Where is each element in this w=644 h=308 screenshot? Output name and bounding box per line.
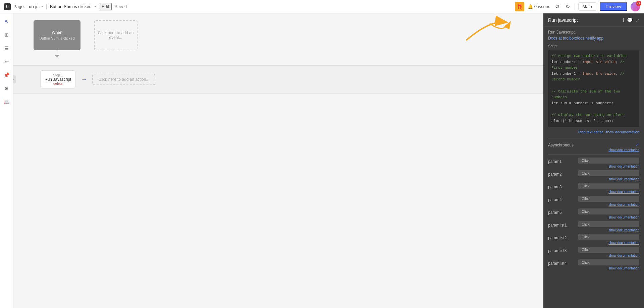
- workflow-chevron-icon: ▾: [94, 4, 96, 9]
- connector-line: [57, 50, 57, 55]
- param-right-param4: Click: [578, 196, 639, 202]
- saved-status: Saved: [114, 4, 127, 9]
- panel-header: Run javascript ℹ 💬 ⤢: [543, 13, 644, 26]
- info-icon[interactable]: ℹ: [623, 17, 624, 23]
- trigger-when-label: When: [52, 30, 62, 35]
- panel-header-icons: ℹ 💬 ⤢: [623, 17, 639, 23]
- bell-icon: 🔔: [528, 4, 533, 9]
- async-row: Asynchronous ✓: [548, 141, 639, 147]
- sidebar-icon-pin[interactable]: 📌: [3, 71, 11, 79]
- panel-title: Run javascript: [548, 17, 578, 23]
- step-node[interactable]: Step 1 Run Javascript delete: [40, 70, 75, 88]
- panel-body: Run Javascript. Docs at toolboxdocs.netl…: [543, 26, 644, 275]
- preview-button[interactable]: Preview: [600, 2, 627, 11]
- async-checkmark[interactable]: ✓: [635, 142, 639, 147]
- step-label: Step 1: [45, 73, 71, 77]
- panel-description: Run Javascript.: [548, 30, 639, 35]
- param-label-param1: param1: [548, 158, 578, 164]
- page-chevron-icon: ▾: [41, 4, 43, 9]
- param-row-param1: param1 Click show documentation: [548, 158, 639, 168]
- param-click-btn-param5[interactable]: Click: [578, 208, 639, 214]
- param-click-btn-param1[interactable]: Click: [578, 158, 639, 164]
- param-row-paramlist3: paramlist3 Click show documentation: [548, 247, 639, 257]
- add-event-label: Click here to add an event...: [97, 30, 134, 40]
- code-line-7: alert('The sum is: ' + sum);: [551, 119, 613, 123]
- undo-button[interactable]: ↺: [554, 3, 561, 10]
- param-right-paramlist1: Click: [578, 221, 639, 227]
- param-right-param2: Click: [578, 170, 639, 176]
- sidebar-icon-pen[interactable]: ✏: [3, 58, 11, 66]
- param-show-doc-paramlist3[interactable]: show documentation: [548, 254, 639, 257]
- add-action-box[interactable]: Click here to add an action...: [92, 74, 155, 85]
- workflow-name: Button Sum is clicked: [50, 4, 92, 9]
- topbar: b Page: run-js ▾ | Button Sum is clicked…: [0, 0, 644, 13]
- param-show-doc-paramlist1[interactable]: show documentation: [548, 228, 639, 232]
- add-action-label: Click here to add an action...: [98, 77, 149, 82]
- page-name: run-js: [28, 4, 39, 9]
- param-click-btn-param3[interactable]: Click: [578, 183, 639, 189]
- sidebar-icon-layers[interactable]: ⊞: [3, 31, 11, 39]
- code-line-3: let number2 = Input B's value; // Second…: [551, 72, 625, 82]
- code-comment-2: // Calculate the sum of the two numbers: [551, 89, 620, 100]
- main-layout: ↖ ⊞ ☰ ✏ 📌 ⚙ 📖 When Button Sum is clicked…: [0, 13, 644, 308]
- param-label-paramlist1: paramlist1: [548, 221, 578, 228]
- rich-text-editor-link[interactable]: Rich text editor: [578, 130, 603, 134]
- issues-count: 0 issues: [534, 4, 550, 9]
- param-row-param4: param4 Click show documentation: [548, 196, 639, 206]
- param-row-param2: param2 Click show documentation: [548, 170, 639, 181]
- param-right-paramlist4: Click: [578, 259, 639, 265]
- separator: |: [46, 4, 47, 10]
- left-sidebar: ↖ ⊞ ☰ ✏ 📌 ⚙ 📖: [0, 13, 13, 308]
- sidebar-icon-book[interactable]: 📖: [3, 98, 11, 106]
- sidebar-icon-list[interactable]: ☰: [3, 44, 11, 52]
- param-show-doc-param1[interactable]: show documentation: [548, 165, 639, 168]
- connector-arrow: [55, 55, 59, 58]
- param-label-paramlist2: paramlist2: [548, 234, 578, 240]
- expand-handle[interactable]: ›: [13, 75, 16, 83]
- param-click-btn-paramlist1[interactable]: Click: [578, 221, 639, 227]
- param-show-doc-paramlist4[interactable]: show documentation: [548, 266, 639, 270]
- param-click-btn-param2[interactable]: Click: [578, 170, 639, 176]
- script-section-label: Script: [548, 44, 639, 48]
- expand-icon[interactable]: ⤢: [635, 17, 639, 23]
- param-right-param5: Click: [578, 208, 639, 214]
- divider-async: [548, 138, 639, 138]
- panel-docs-link[interactable]: Docs at toolboxdocs.netlify.app: [548, 36, 639, 41]
- param-label-paramlist3: paramlist3: [548, 247, 578, 253]
- param-show-doc-param2[interactable]: show documentation: [548, 177, 639, 181]
- param-label-param2: param2: [548, 170, 578, 177]
- main-button[interactable]: Main: [578, 2, 596, 11]
- app-logo: b: [4, 3, 11, 10]
- avatar-badge: 49: [636, 1, 641, 6]
- param-click-btn-paramlist3[interactable]: Click: [578, 247, 639, 253]
- param-right-paramlist2: Click: [578, 234, 639, 240]
- async-show-doc-link[interactable]: show documentation: [548, 148, 639, 152]
- param-click-btn-paramlist4[interactable]: Click: [578, 259, 639, 265]
- script-show-doc-link[interactable]: show documentation: [605, 130, 639, 134]
- param-show-doc-paramlist2[interactable]: show documentation: [548, 241, 639, 245]
- async-label: Asynchronous: [548, 141, 635, 147]
- step-arrow-icon: →: [81, 76, 87, 83]
- canvas-area: When Button Sum is clicked Click here to…: [13, 13, 644, 308]
- gift-icon[interactable]: 🎁: [515, 2, 524, 11]
- trigger-box[interactable]: When Button Sum is clicked: [34, 20, 80, 50]
- edit-button[interactable]: Edit: [99, 3, 112, 10]
- redo-button[interactable]: ↻: [564, 3, 571, 10]
- code-editor[interactable]: // Assign two numbers to variables let n…: [548, 50, 639, 127]
- sidebar-icon-cursor[interactable]: ↖: [3, 17, 11, 25]
- param-show-doc-param3[interactable]: show documentation: [548, 190, 639, 194]
- sidebar-icon-settings[interactable]: ⚙: [3, 84, 11, 93]
- param-label-paramlist4: paramlist4: [548, 259, 578, 266]
- param-show-doc-param4[interactable]: show documentation: [548, 203, 639, 206]
- param-click-btn-param4[interactable]: Click: [578, 196, 639, 202]
- right-panel: Run javascript ℹ 💬 ⤢ Run Javascript. Doc…: [543, 13, 644, 308]
- param-click-btn-paramlist2[interactable]: Click: [578, 234, 639, 240]
- param-show-doc-param5[interactable]: show documentation: [548, 215, 639, 219]
- avatar-wrap: 49: [631, 2, 640, 11]
- step-delete-label[interactable]: delete: [45, 82, 71, 85]
- comment-icon[interactable]: 💬: [627, 17, 633, 23]
- code-footer: Rich text editor show documentation: [548, 130, 639, 134]
- add-event-box[interactable]: Click here to add an event...: [94, 20, 138, 50]
- code-comment-3: // Display the sum using an alert: [551, 113, 625, 117]
- page-label: Page:: [13, 4, 25, 9]
